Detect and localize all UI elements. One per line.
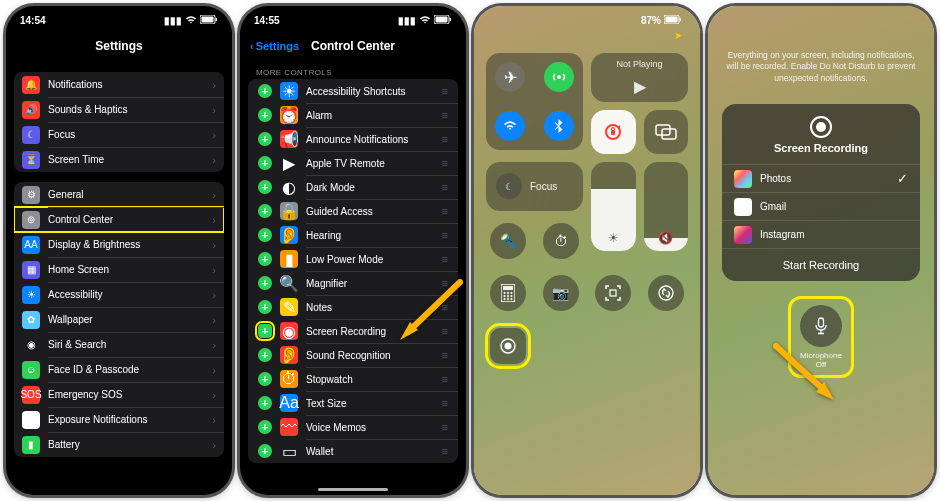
settings-list: 🔔Notifications›🔊Sounds & Haptics›☾Focus›… (6, 72, 232, 457)
add-control-button[interactable]: + (258, 276, 272, 290)
control-row[interactable]: +◉Screen Recording≡ (248, 319, 458, 343)
camera-button[interactable]: 📷 (543, 275, 579, 311)
settings-row[interactable]: ✿Wallpaper› (14, 307, 224, 332)
chevron-right-icon: › (212, 189, 216, 201)
connectivity-module[interactable]: ✈ (486, 53, 583, 150)
add-control-button[interactable]: + (258, 396, 272, 410)
calculator-button[interactable] (490, 275, 526, 311)
add-control-button[interactable]: + (258, 84, 272, 98)
orientation-lock-toggle[interactable] (591, 110, 636, 155)
control-row[interactable]: +AaText Size≡ (248, 391, 458, 415)
add-control-button[interactable]: + (258, 348, 272, 362)
settings-row[interactable]: ▮Battery› (14, 432, 224, 457)
drag-handle-icon[interactable]: ≡ (442, 277, 448, 289)
control-row[interactable]: +👂Sound Recognition≡ (248, 343, 458, 367)
drag-handle-icon[interactable]: ≡ (442, 253, 448, 265)
shazam-button[interactable] (648, 275, 684, 311)
drag-handle-icon[interactable]: ≡ (442, 109, 448, 121)
settings-row[interactable]: ✳Exposure Notifications› (14, 407, 224, 432)
control-row[interactable]: +👂Hearing≡ (248, 223, 458, 247)
start-recording-button[interactable]: Start Recording (722, 248, 920, 281)
settings-row[interactable]: ⏳Screen Time› (14, 147, 224, 172)
add-control-button[interactable]: + (258, 156, 272, 170)
drag-handle-icon[interactable]: ≡ (442, 181, 448, 193)
control-row[interactable]: +⏱Stopwatch≡ (248, 367, 458, 391)
drag-handle-icon[interactable]: ≡ (442, 301, 448, 313)
drag-handle-icon[interactable]: ≡ (442, 421, 448, 433)
control-icon: 🔒 (280, 202, 298, 220)
microphone-toggle[interactable]: MicrophoneOff (793, 301, 849, 373)
bluetooth-toggle[interactable] (544, 111, 574, 141)
settings-row[interactable]: ☾Focus› (14, 122, 224, 147)
status-bar: 14:55 ▮▮▮ (240, 6, 466, 30)
control-row[interactable]: +📢Announce Notifications≡ (248, 127, 458, 151)
drag-handle-icon[interactable]: ≡ (442, 205, 448, 217)
screen-mirroring-button[interactable] (644, 110, 689, 155)
add-control-button[interactable]: + (258, 252, 272, 266)
drag-handle-icon[interactable]: ≡ (442, 373, 448, 385)
control-label: Accessibility Shortcuts (306, 86, 442, 97)
flashlight-button[interactable]: 🔦 (490, 223, 526, 259)
drag-handle-icon[interactable]: ≡ (442, 157, 448, 169)
screen-recording-button[interactable] (490, 328, 526, 364)
app-destination-row[interactable]: Gmail (722, 192, 920, 220)
airplane-toggle[interactable]: ✈ (495, 62, 525, 92)
add-control-button[interactable]: + (258, 300, 272, 314)
add-control-button[interactable]: + (258, 132, 272, 146)
add-control-button[interactable]: + (258, 444, 272, 458)
add-control-button[interactable]: + (258, 204, 272, 218)
settings-row[interactable]: 🔔Notifications› (14, 72, 224, 97)
home-indicator[interactable] (318, 488, 388, 491)
app-destination-row[interactable]: Photos✓ (722, 164, 920, 192)
add-control-button[interactable]: + (258, 420, 272, 434)
focus-module[interactable]: ☾ Focus (486, 162, 583, 211)
drag-handle-icon[interactable]: ≡ (442, 349, 448, 361)
control-row[interactable]: +🔍Magnifier≡ (248, 271, 458, 295)
drag-handle-icon[interactable]: ≡ (442, 325, 448, 337)
drag-handle-icon[interactable]: ≡ (442, 85, 448, 97)
add-control-button[interactable]: + (258, 324, 272, 338)
wifi-toggle[interactable] (495, 111, 525, 141)
svg-rect-11 (611, 130, 615, 135)
add-control-button[interactable]: + (258, 108, 272, 122)
settings-row[interactable]: ⊚Control Center› (14, 207, 224, 232)
drag-handle-icon[interactable]: ≡ (442, 133, 448, 145)
control-row[interactable]: +▭Wallet≡ (248, 439, 458, 463)
row-label: Exposure Notifications (48, 414, 212, 425)
add-control-button[interactable]: + (258, 180, 272, 194)
control-row[interactable]: +〰Voice Memos≡ (248, 415, 458, 439)
control-row[interactable]: +☀Accessibility Shortcuts≡ (248, 79, 458, 103)
control-row[interactable]: +▮Low Power Mode≡ (248, 247, 458, 271)
add-control-button[interactable]: + (258, 372, 272, 386)
settings-row[interactable]: SOSEmergency SOS› (14, 382, 224, 407)
control-row[interactable]: +⏰Alarm≡ (248, 103, 458, 127)
settings-row[interactable]: AADisplay & Brightness› (14, 232, 224, 257)
cellular-toggle[interactable] (544, 62, 574, 92)
qr-scanner-button[interactable] (595, 275, 631, 311)
svg-point-9 (557, 75, 561, 79)
control-row[interactable]: +▶Apple TV Remote≡ (248, 151, 458, 175)
brightness-slider[interactable]: ☀ (591, 162, 636, 251)
drag-handle-icon[interactable]: ≡ (442, 229, 448, 241)
drag-handle-icon[interactable]: ≡ (442, 397, 448, 409)
control-row[interactable]: +◐Dark Mode≡ (248, 175, 458, 199)
play-icon[interactable]: ▶ (634, 77, 646, 96)
add-control-button[interactable]: + (258, 228, 272, 242)
settings-row[interactable]: ⚙General› (14, 182, 224, 207)
svg-rect-1 (202, 16, 214, 22)
settings-row[interactable]: ◉Siri & Search› (14, 332, 224, 357)
settings-row[interactable]: 🔊Sounds & Haptics› (14, 97, 224, 122)
control-row[interactable]: +🔒Guided Access≡ (248, 199, 458, 223)
control-row[interactable]: +✎Notes≡ (248, 295, 458, 319)
now-playing-module[interactable]: Not Playing ▶ (591, 53, 688, 102)
drag-handle-icon[interactable]: ≡ (442, 445, 448, 457)
svg-rect-8 (680, 18, 682, 21)
settings-row[interactable]: ☺Face ID & Passcode› (14, 357, 224, 382)
settings-row[interactable]: ▦Home Screen› (14, 257, 224, 282)
timer-button[interactable]: ⏱ (543, 223, 579, 259)
app-destination-row[interactable]: Instagram (722, 220, 920, 248)
settings-row[interactable]: ☀Accessibility› (14, 282, 224, 307)
volume-slider[interactable]: 🔇 (644, 162, 689, 251)
back-button[interactable]: ‹ Settings (250, 40, 299, 52)
row-icon: ⊚ (22, 211, 40, 229)
